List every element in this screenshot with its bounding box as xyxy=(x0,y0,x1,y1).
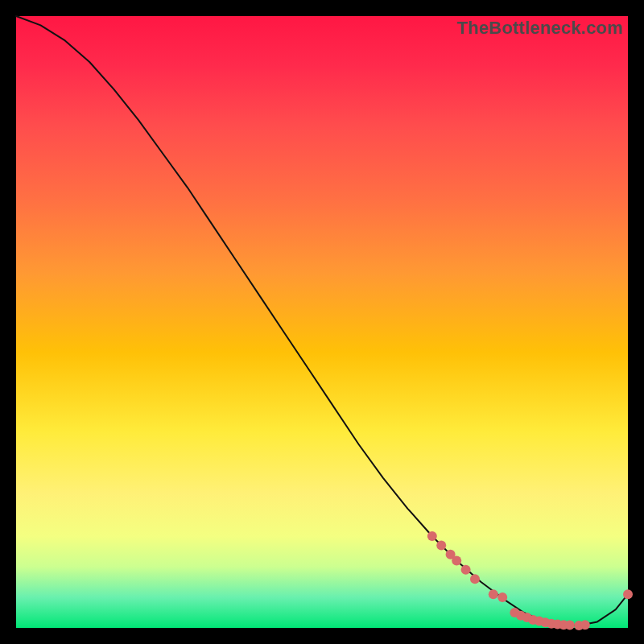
bottleneck-curve xyxy=(16,16,628,625)
data-point xyxy=(461,565,471,575)
data-point xyxy=(427,531,437,541)
chart-container: TheBottleneck.com xyxy=(16,16,628,628)
data-point xyxy=(623,589,633,599)
data-point xyxy=(497,592,507,602)
chart-svg xyxy=(16,16,628,628)
data-point xyxy=(452,555,461,565)
data-point xyxy=(436,540,446,550)
data-point xyxy=(489,589,498,599)
data-point xyxy=(565,621,575,630)
plot-area: TheBottleneck.com xyxy=(16,16,628,628)
data-point xyxy=(470,574,480,584)
data-point xyxy=(580,620,590,630)
data-points-group xyxy=(427,531,633,630)
